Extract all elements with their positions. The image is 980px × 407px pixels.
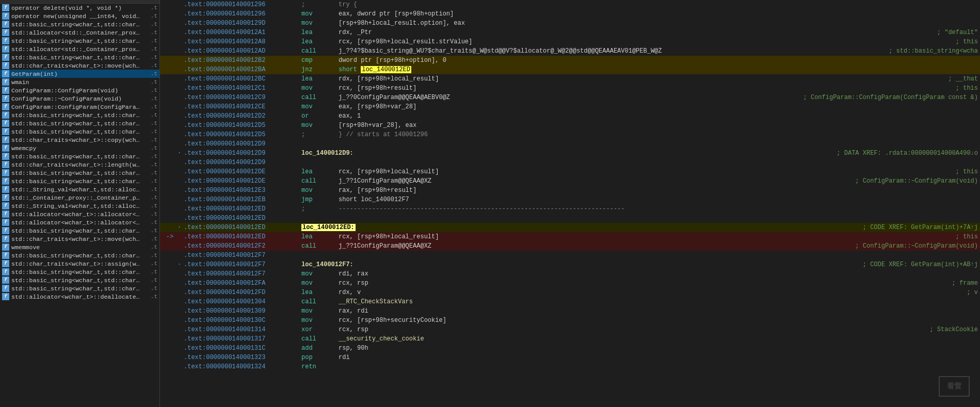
address-col[interactable]: .text:00000001400012AD	[184, 47, 297, 55]
disasm-row[interactable]: .text:0000000140001296; try {	[160, 0, 980, 9]
disasm-row[interactable]: .text:00000001400012ED;-----------------…	[160, 204, 980, 214]
address-col[interactable]: .text:00000001400012A1	[184, 29, 297, 36]
disasm-row[interactable]: ·.text:00000001400012D9loc_1400012D9:; D…	[160, 149, 980, 158]
function-list-item[interactable]: fstd::basic_string<wchar_t,std::char....…	[0, 276, 159, 284]
address-col[interactable]: .text:000000014000129D	[184, 20, 297, 27]
disassembly-panel[interactable]: .text:0000000140001296; try {.text:00000…	[160, 0, 980, 407]
address-col[interactable]: .text:00000001400012A8	[184, 38, 297, 45]
function-list-item[interactable]: fstd::basic_string<wchar_t,std::char....…	[0, 119, 159, 127]
address-col[interactable]: .text:00000001400012ED	[184, 215, 297, 222]
address-col[interactable]: .text:00000001400012BC	[184, 75, 297, 83]
function-list-item[interactable]: fstd::basic_string<wchar_t,std::char....…	[0, 152, 159, 160]
disasm-row[interactable]: .text:0000000140001323poprdi	[160, 353, 980, 362]
disasm-row[interactable]: .text:00000001400012ED	[160, 214, 980, 223]
disasm-row[interactable]: .text:00000001400012EBjmpshort loc_14000…	[160, 195, 980, 204]
function-list-item[interactable]: fstd::_Container_proxy::_Container_p....…	[0, 193, 159, 202]
disasm-row[interactable]: .text:000000014000131Caddrsp, 90h	[160, 344, 980, 353]
disasm-row[interactable]: ->.text:00000001400012EDlearcx, [rsp+98h…	[160, 232, 980, 241]
disasm-row[interactable]: .text:00000001400012B2cmpdword ptr [rsp+…	[160, 56, 980, 65]
function-list-item[interactable]: fstd::allocator<wchar_t>::allocator<....…	[0, 218, 159, 226]
function-list-item[interactable]: fstd::basic_string<wchar_t,std::char....…	[0, 226, 159, 235]
address-col[interactable]: .text:00000001400012ED	[184, 205, 297, 213]
disasm-row[interactable]: .text:00000001400012F2callj_??1ConfigPar…	[160, 241, 980, 251]
address-col[interactable]: .text:00000001400012D5	[184, 122, 297, 129]
disasm-row[interactable]: .text:00000001400012D9	[160, 158, 980, 167]
address-col[interactable]: .text:00000001400012D9	[184, 140, 297, 148]
disasm-row[interactable]: .text:0000000140001317call__security_che…	[160, 334, 980, 344]
function-list-item[interactable]: foperator new(unsigned __int64, void *).…	[0, 12, 159, 20]
disasm-row[interactable]: .text:00000001400012F7	[160, 251, 980, 260]
disasm-row[interactable]: .text:0000000140001324retn	[160, 362, 980, 371]
function-list-item[interactable]: fstd::basic_string<wchar_t,std::char....…	[0, 251, 159, 259]
address-col[interactable]: .text:0000000140001304	[184, 298, 297, 305]
address-col[interactable]: .text:00000001400012DE	[184, 177, 297, 185]
function-list-item[interactable]: fstd::allocator<std::_Container_prox....…	[0, 45, 159, 53]
disasm-row[interactable]: .text:00000001400012C1movrcx, [rsp+98h+r…	[160, 84, 980, 93]
function-list-item[interactable]: fstd::basic_string<wchar_t,std::char....…	[0, 111, 159, 119]
function-list-item[interactable]: fstd::basic_string<wchar_t,std::char....…	[0, 177, 159, 185]
function-list-item[interactable]: fConfigParam::~ConfigParam(void).t	[0, 94, 159, 103]
address-col[interactable]: .text:000000014000131C	[184, 345, 297, 352]
address-col[interactable]: .text:00000001400012CE	[184, 103, 297, 110]
disasm-row[interactable]: .text:0000000140001304call__RTC_CheckSta…	[160, 297, 980, 306]
address-col[interactable]: .text:0000000140001317	[184, 335, 297, 343]
function-list-item[interactable]: fstd::basic_string<wchar_t,std::char....…	[0, 268, 159, 276]
address-col[interactable]: .text:0000000140001296	[184, 10, 297, 18]
address-col[interactable]: .text:00000001400012ED	[184, 233, 297, 240]
address-col[interactable]: .text:0000000140001314	[184, 326, 297, 333]
disasm-row[interactable]: .text:00000001400012D5mov[rsp+98h+var_28…	[160, 121, 980, 130]
address-col[interactable]: .text:00000001400012EB	[184, 196, 297, 203]
function-list-item[interactable]: fstd::basic_string<wchar_t,std::char....…	[0, 284, 159, 292]
disasm-row[interactable]: .text:00000001400012E3movrax, [rsp+98h+r…	[160, 186, 980, 195]
function-list-item[interactable]: fstd::char_traits<wchar_t>::move(wch....…	[0, 61, 159, 70]
address-col[interactable]: .text:00000001400012C1	[184, 85, 297, 92]
address-col[interactable]: .text:00000001400012B2	[184, 57, 297, 64]
function-list-item[interactable]: fwmemmove.t	[0, 243, 159, 251]
disasm-row[interactable]: .text:00000001400012D2oreax, 1	[160, 111, 980, 121]
disasm-row[interactable]: .text:00000001400012FDleardx, v; v	[160, 288, 980, 297]
disasm-row[interactable]: .text:00000001400012A8learcx, [rsp+98h+l…	[160, 37, 980, 46]
address-col[interactable]: .text:0000000140001323	[184, 354, 297, 361]
address-col[interactable]: .text:0000000140001296	[184, 1, 297, 8]
address-col[interactable]: .text:00000001400012F2	[184, 242, 297, 250]
address-col[interactable]: .text:00000001400012DE	[184, 168, 297, 175]
disasm-row[interactable]: .text:00000001400012C9callj_??0ConfigPar…	[160, 93, 980, 102]
address-col[interactable]: .text:0000000140001309	[184, 307, 297, 315]
address-col[interactable]: .text:0000000140001324	[184, 363, 297, 370]
function-list-item[interactable]: fstd::basic_string<wchar_t,std::char....…	[0, 127, 159, 136]
disasm-row[interactable]: .text:00000001400012D9	[160, 139, 980, 149]
function-list-item[interactable]: fwmemcpy.t	[0, 144, 159, 152]
function-list-item[interactable]: fConfigParam::ConfigParam(ConfigPara....…	[0, 103, 159, 111]
function-list-item[interactable]: fstd::char_traits<wchar_t>::assign(w....…	[0, 259, 159, 268]
function-list-item[interactable]: fstd::allocator<wchar_t>::deallocate....…	[0, 292, 159, 301]
disasm-row[interactable]: ·.text:00000001400012F7loc_1400012F7:; C…	[160, 260, 980, 269]
function-list-item[interactable]: fGetParam(int).t	[0, 70, 159, 78]
function-list-item[interactable]: fConfigParam::ConfigParam(void).t	[0, 86, 159, 94]
disasm-row[interactable]: .text:00000001400012DEcallj_??1ConfigPar…	[160, 176, 980, 186]
function-list-item[interactable]: fstd::_String_val<wchar_t,std::alloc....…	[0, 202, 159, 210]
address-col[interactable]: .text:00000001400012BA	[184, 66, 297, 73]
disasm-row[interactable]: .text:00000001400012DElearcx, [rsp+98h+l…	[160, 167, 980, 176]
function-list-item[interactable]: fstd::_String_val<wchar_t,std::alloc....…	[0, 185, 159, 193]
function-list-item[interactable]: fstd::char_traits<wchar_t>::copy(wch....…	[0, 136, 159, 144]
address-col[interactable]: .text:00000001400012F7	[184, 270, 297, 278]
disasm-row[interactable]: .text:0000000140001309movrax, rdi	[160, 306, 980, 316]
address-col[interactable]: .text:00000001400012F7	[184, 252, 297, 259]
function-list-item[interactable]: fstd::basic_string<wchar_t,std::char....…	[0, 169, 159, 177]
function-list-item[interactable]: foperator delete(void *, void *).t	[0, 4, 159, 12]
function-list-item[interactable]: fstd::basic_string<wchar_t,std::char....…	[0, 53, 159, 61]
address-col[interactable]: .text:00000001400012D2	[184, 112, 297, 120]
disasm-row[interactable]: .text:00000001400012F7movrdi, rax	[160, 269, 980, 279]
address-col[interactable]: .text:000000014000130C	[184, 317, 297, 324]
address-col[interactable]: .text:00000001400012D5	[184, 131, 297, 138]
function-list-item[interactable]: fstd::allocator<wchar_t>::allocator<....…	[0, 210, 159, 218]
disasm-row[interactable]: .text:000000014000129Dmov[rsp+98h+local_…	[160, 19, 980, 28]
disasm-row[interactable]: .text:00000001400012A1leardx, _Ptr; "def…	[160, 28, 980, 37]
disasm-row[interactable]: .text:00000001400012FAmovrcx, rsp; frame	[160, 279, 980, 288]
address-col[interactable]: .text:00000001400012C9	[184, 94, 297, 101]
disasm-row[interactable]: .text:00000001400012ADcallj_??4?$basic_s…	[160, 46, 980, 56]
disasm-row[interactable]: .text:0000000140001314xorrcx, rsp; Stack…	[160, 325, 980, 334]
address-col[interactable]: .text:00000001400012FA	[184, 280, 297, 287]
function-list-item[interactable]: fstd::basic_string<wchar_t,std::char....…	[0, 20, 159, 28]
address-col[interactable]: .text:00000001400012F7	[184, 261, 297, 268]
